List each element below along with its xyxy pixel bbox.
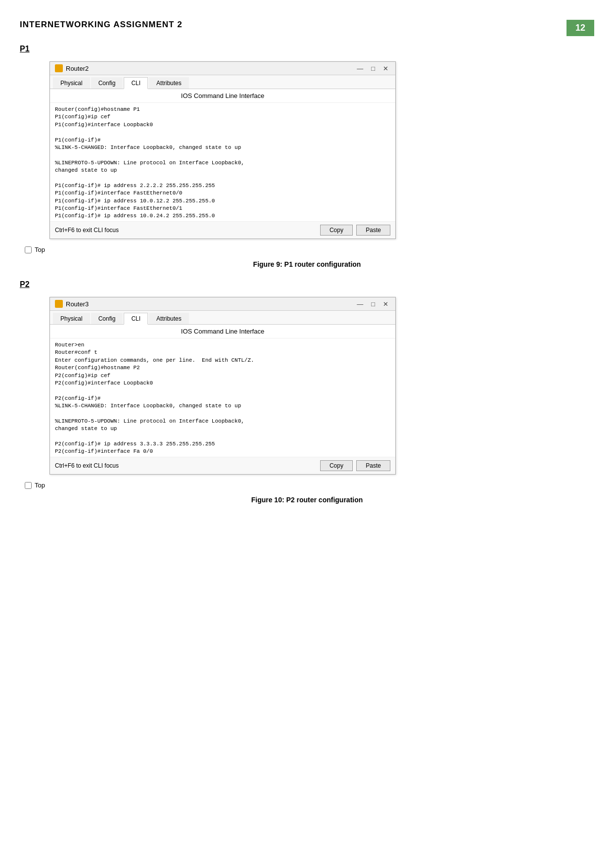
close-button-p2[interactable]: ✕ bbox=[381, 300, 390, 308]
tab-physical-p1[interactable]: Physical bbox=[53, 77, 90, 89]
copy-button-p2[interactable]: Copy bbox=[320, 460, 353, 471]
router-window-p2: Router3 — □ ✕ Physical Config CLI Attrib… bbox=[49, 297, 396, 475]
titlebar-controls-p2: — □ ✕ bbox=[355, 300, 390, 308]
top-checkbox-label-p2: Top bbox=[35, 482, 45, 489]
cli-hint-p1: Ctrl+F6 to exit CLI focus bbox=[55, 227, 119, 234]
router-icon-p1 bbox=[55, 64, 63, 72]
minimize-button-p2[interactable]: — bbox=[355, 300, 365, 308]
tab-cli-p1[interactable]: CLI bbox=[124, 77, 148, 89]
section-label-p1: P1 bbox=[20, 45, 594, 53]
titlebar-p2: Router3 — □ ✕ bbox=[50, 297, 395, 311]
router-title-text-p2: Router3 bbox=[66, 300, 89, 308]
paste-button-p1[interactable]: Paste bbox=[356, 225, 390, 236]
cli-hint-p2: Ctrl+F6 to exit CLI focus bbox=[55, 462, 119, 469]
top-checkbox-p1[interactable] bbox=[25, 246, 32, 253]
cli-footer-buttons-p2: Copy Paste bbox=[318, 460, 390, 471]
router-window-p1: Router2 — □ ✕ Physical Config CLI Attrib… bbox=[49, 61, 396, 239]
top-checkbox-label-p1: Top bbox=[35, 246, 45, 253]
cli-content-p2[interactable]: Router>en Router#conf t Enter configurat… bbox=[50, 338, 395, 457]
cli-footer-buttons-p1: Copy Paste bbox=[318, 225, 390, 236]
tab-config-p1[interactable]: Config bbox=[91, 77, 123, 89]
tab-config-p2[interactable]: Config bbox=[91, 313, 123, 324]
titlebar-controls-p1: — □ ✕ bbox=[355, 65, 390, 72]
figure-caption-p1: Figure 9: P1 router configuration bbox=[20, 260, 594, 268]
page-number: 12 bbox=[567, 20, 594, 36]
copy-button-p1[interactable]: Copy bbox=[320, 225, 353, 236]
section-label-p2: P2 bbox=[20, 280, 594, 289]
router-title-p1: Router2 bbox=[55, 64, 89, 72]
router-icon-p2 bbox=[55, 300, 63, 308]
top-checkbox-p2[interactable] bbox=[25, 482, 32, 489]
tab-cli-p2[interactable]: CLI bbox=[124, 313, 148, 325]
paste-button-p2[interactable]: Paste bbox=[356, 460, 390, 471]
cli-content-p1[interactable]: Router(config)#hostname P1 P1(config)#ip… bbox=[50, 103, 395, 222]
tab-attributes-p2[interactable]: Attributes bbox=[149, 313, 189, 324]
cli-title-p2: IOS Command Line Interface bbox=[50, 325, 395, 338]
tab-bar-p2: Physical Config CLI Attributes bbox=[50, 311, 395, 325]
tab-bar-p1: Physical Config CLI Attributes bbox=[50, 75, 395, 89]
cli-title-p1: IOS Command Line Interface bbox=[50, 89, 395, 103]
router-title-text-p1: Router2 bbox=[66, 65, 89, 72]
page-title: INTERNETWORKING ASSIGNMENT 2 bbox=[20, 20, 594, 30]
cli-footer-p1: Ctrl+F6 to exit CLI focus Copy Paste bbox=[50, 222, 395, 239]
tab-physical-p2[interactable]: Physical bbox=[53, 313, 90, 324]
minimize-button-p1[interactable]: — bbox=[355, 65, 365, 72]
top-checkbox-area-p1: Top bbox=[20, 244, 594, 255]
restore-button-p1[interactable]: □ bbox=[369, 65, 377, 72]
cli-footer-p2: Ctrl+F6 to exit CLI focus Copy Paste bbox=[50, 457, 395, 474]
router-title-p2: Router3 bbox=[55, 300, 89, 308]
top-checkbox-area-p2: Top bbox=[20, 480, 594, 491]
restore-button-p2[interactable]: □ bbox=[369, 300, 377, 308]
titlebar-p1: Router2 — □ ✕ bbox=[50, 62, 395, 75]
figure-caption-p2: Figure 10: P2 router configuration bbox=[20, 496, 594, 504]
close-button-p1[interactable]: ✕ bbox=[381, 65, 390, 72]
tab-attributes-p1[interactable]: Attributes bbox=[149, 77, 189, 89]
